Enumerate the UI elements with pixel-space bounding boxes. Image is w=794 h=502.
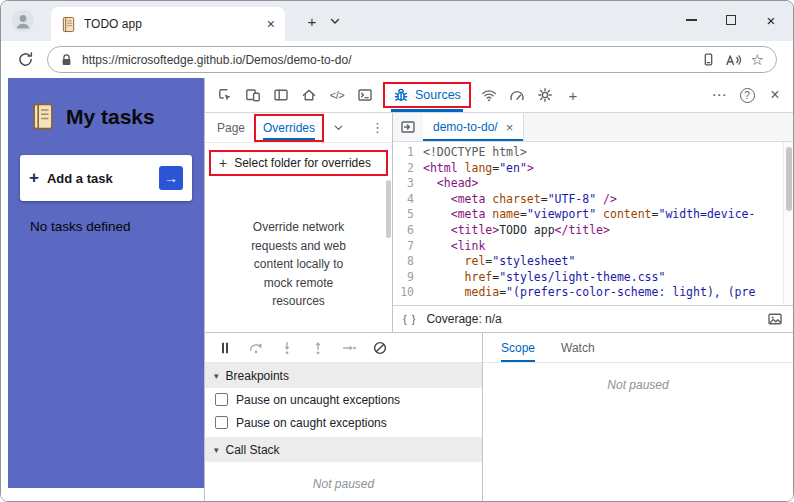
read-aloud-button[interactable] (725, 52, 742, 68)
gear-icon (537, 87, 553, 103)
file-tab[interactable]: demo-to-do/ × (423, 113, 524, 141)
browser-navbar: https://microsoftedge.github.io/Demos/de… (1, 41, 793, 78)
navigator-tab-overrides[interactable]: Overrides (263, 121, 315, 140)
maximize-icon (726, 15, 736, 25)
inspect-icon (217, 87, 233, 103)
scope-watch-pane: Scope Watch Not paused (483, 333, 793, 501)
lock-icon[interactable] (60, 53, 73, 67)
code-line[interactable]: 6 <title>TODO app</title> (393, 223, 793, 239)
add-task-arrow-button[interactable]: → (159, 166, 183, 190)
more-options-button[interactable]: ⋯ (705, 78, 733, 112)
help-button[interactable]: ? (733, 78, 761, 112)
tab-watch[interactable]: Watch (561, 333, 595, 362)
network-panel-button[interactable] (475, 78, 503, 112)
step-icon (341, 340, 357, 356)
select-folder-button[interactable]: Select folder for overrides (234, 156, 371, 170)
pretty-print-braces-icon[interactable]: { } (403, 313, 416, 325)
favorite-star-button[interactable]: ☆ (751, 52, 764, 67)
code-line[interactable]: 2<html lang="en"> (393, 161, 793, 177)
console-panel-button[interactable] (351, 78, 379, 112)
refresh-icon (17, 51, 34, 68)
profile-avatar[interactable] (11, 9, 35, 33)
minimize-button[interactable] (671, 1, 711, 39)
maximize-button[interactable] (711, 1, 751, 39)
code-line[interactable]: 9 href="styles/light-theme.css" (393, 270, 793, 286)
editor-pane: demo-to-do/ × 1<!DOCTYPE html>2<html lan… (393, 113, 793, 332)
highlight-select-folder: + Select folder for overrides (209, 150, 388, 176)
notebook-icon (30, 102, 56, 131)
navigator-tab-page[interactable]: Page (217, 121, 245, 135)
step-out-button[interactable] (310, 340, 326, 356)
breakpoints-section-header[interactable]: ▾ Breakpoints (205, 363, 482, 388)
send-to-device-button[interactable] (701, 52, 716, 67)
close-window-button[interactable]: × (751, 1, 791, 39)
chevron-down-icon (329, 15, 341, 27)
deactivate-breakpoints-button[interactable] (372, 340, 388, 356)
tab-close-button[interactable]: × (267, 17, 275, 31)
code-line[interactable]: 8 rel="stylesheet" (393, 254, 793, 270)
deactivate-breakpoints-icon (372, 340, 388, 356)
collapse-triangle-icon: ▾ (214, 371, 219, 381)
device-emulation-button[interactable] (239, 78, 267, 112)
sources-tab[interactable]: Sources (382, 78, 472, 112)
browser-window: TODO app × + × https://micro (0, 0, 794, 502)
editor-statusbar: { } Coverage: n/a (393, 305, 793, 332)
coverage-status: Coverage: n/a (426, 312, 501, 326)
call-stack-section-header[interactable]: ▾ Call Stack (205, 437, 482, 462)
select-folder-row: + Select folder for overrides (209, 150, 388, 176)
code-line[interactable]: 1<!DOCTYPE html> (393, 145, 793, 161)
address-bar[interactable]: https://microsoftedge.github.io/Demos/de… (47, 46, 777, 73)
navigator-scrollbar[interactable] (384, 144, 392, 332)
add-panel-button[interactable]: + (559, 78, 587, 112)
image-button[interactable] (767, 311, 783, 327)
notebook-favicon-icon (61, 16, 76, 33)
tab-scope[interactable]: Scope (501, 333, 535, 362)
call-stack-not-paused: Not paused (205, 477, 482, 491)
code-line[interactable]: 3 <head> (393, 176, 793, 192)
add-task-button[interactable]: + Add a task → (20, 155, 192, 201)
refresh-button[interactable] (17, 51, 34, 68)
page-title: My tasks (66, 105, 155, 129)
panel-layout-button[interactable] (267, 78, 295, 112)
application-settings-button[interactable] (531, 78, 559, 112)
scrollbar-thumb[interactable] (386, 180, 391, 238)
web-page: My tasks + Add a task → No tasks defined (1, 78, 204, 501)
debugger-section: ▾ Breakpoints Pause on uncaught exceptio… (205, 332, 793, 501)
person-icon (11, 9, 35, 33)
editor-scrollbar[interactable] (783, 142, 793, 305)
tab-list-chevron-button[interactable] (329, 15, 341, 27)
collapse-triangle-icon: ▾ (214, 445, 219, 455)
elements-panel-button[interactable]: </> (323, 78, 351, 112)
code-line[interactable]: 10 media="(prefers-color-scheme: light),… (393, 285, 793, 301)
performance-panel-button[interactable] (503, 78, 531, 112)
navigator-overflow-button[interactable]: ⋮ (371, 120, 384, 135)
pause-button[interactable] (217, 340, 233, 356)
window-content: My tasks + Add a task → No tasks defined (1, 78, 793, 501)
scrollbar-thumb[interactable] (786, 147, 792, 211)
step-out-icon (310, 340, 326, 356)
debugger-sidebar: ▾ Breakpoints Pause on uncaught exceptio… (205, 333, 483, 501)
toggle-navigator-button[interactable] (393, 113, 423, 141)
code-line[interactable]: 5 <meta name="viewport" content="width=d… (393, 207, 793, 223)
empty-state-text: No tasks defined (30, 219, 204, 234)
more-tabs-chevron-button[interactable] (333, 122, 344, 133)
browser-tab[interactable]: TODO app × (51, 7, 285, 41)
file-tab-close-button[interactable]: × (506, 120, 514, 135)
uncaught-exceptions-checkbox[interactable] (215, 393, 228, 406)
editor-tabbar: demo-to-do/ × (393, 113, 793, 142)
uncaught-exceptions-row[interactable]: Pause on uncaught exceptions (205, 388, 482, 411)
pause-icon (217, 340, 233, 356)
welcome-home-button[interactable] (295, 78, 323, 112)
caught-exceptions-row[interactable]: Pause on caught exceptions (205, 411, 482, 434)
step-into-button[interactable] (279, 340, 295, 356)
step-over-button[interactable] (248, 340, 264, 356)
inspect-element-button[interactable] (211, 78, 239, 112)
caught-exceptions-checkbox[interactable] (215, 416, 228, 429)
step-button[interactable] (341, 340, 357, 356)
code-line[interactable]: 4 <meta charset="UTF-8" /> (393, 192, 793, 208)
new-tab-button[interactable]: + (301, 10, 323, 32)
close-devtools-button[interactable]: × (761, 78, 789, 112)
highlight-sources: Sources (383, 82, 471, 108)
code-editor[interactable]: 1<!DOCTYPE html>2<html lang="en">3 <head… (393, 142, 793, 305)
code-line[interactable]: 7 <link (393, 239, 793, 255)
